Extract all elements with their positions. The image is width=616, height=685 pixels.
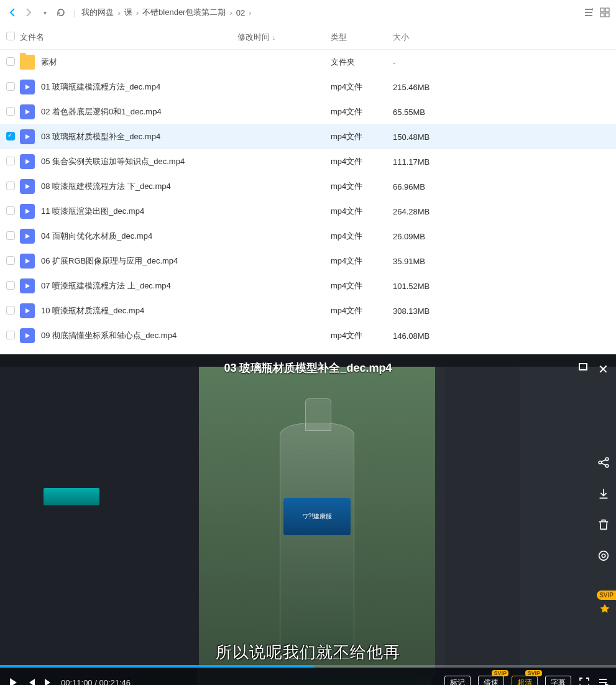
file-type: mp4文件 [331,181,393,192]
file-type: mp4文件 [331,231,393,242]
bottle-render: ワ?!建康服 [280,423,354,659]
row-checkbox[interactable] [6,256,15,265]
file-size: 26.09MB [393,232,455,241]
video-player: ワ?!建康服 03 玻璃瓶材质模型补全_dec.mp4 ✕ SVIP 所以说呢我… [0,354,616,685]
table-row[interactable]: 10 喷漆瓶材质流程_dec.mp4mp4文件308.13MB [0,298,616,323]
table-row[interactable]: 11 喷漆瓶渲染出图_dec.mp4mp4文件264.28MB [0,199,616,224]
video-file-icon [20,254,35,269]
row-checkbox[interactable] [6,182,15,190]
file-name: 01 玻璃瓶建模流程方法_dec.mp4 [41,81,160,93]
file-size: 308.13MB [393,306,455,316]
svg-point-7 [599,551,609,561]
video-file-icon [20,154,35,169]
column-name[interactable]: 文件名 [20,32,237,43]
view-toggle [584,7,610,17]
view-list-icon[interactable] [584,7,594,17]
delete-icon[interactable] [595,516,612,533]
nav-back-button[interactable] [6,6,19,19]
playlist-button[interactable] [597,677,609,685]
nav-refresh-button[interactable] [55,6,67,19]
file-size: 65.55MB [393,108,455,117]
file-name: 10 喷漆瓶材质流程_dec.mp4 [41,305,144,316]
fullscreen-button[interactable] [579,677,590,685]
nav-forward-button[interactable] [22,6,35,19]
svip-badge-side[interactable]: SVIP [597,591,616,600]
chevron-right-icon: › [229,8,232,17]
video-file-icon [20,204,35,219]
file-type: mp4文件 [331,330,393,341]
file-type: mp4文件 [331,255,393,267]
column-modified[interactable]: 修改时间 ↓ [237,32,331,43]
file-type: 文件夹 [331,57,393,68]
restore-window-icon[interactable] [579,363,587,370]
video-file-icon [20,278,35,293]
column-type[interactable]: 类型 [331,32,393,43]
file-name: 02 着色器底层逻辑0和1_dec.mp4 [41,106,162,117]
view-grid-icon[interactable] [600,7,610,17]
settings-icon[interactable] [595,547,612,564]
table-row[interactable]: 04 面朝向优化水材质_dec.mp4mp4文件26.09MB [0,224,616,249]
video-file-icon [20,303,35,318]
table-row[interactable]: 06 扩展RGB图像原理与应用_dec.mp4mp4文件35.91MB [0,249,616,274]
file-name: 03 玻璃瓶材质模型补全_dec.mp4 [41,131,160,142]
row-checkbox[interactable] [6,206,15,215]
breadcrumb-item[interactable]: 我的网盘 [81,7,114,18]
table-row[interactable]: 03 玻璃瓶材质模型补全_dec.mp4mp4文件150.48MB [0,124,616,149]
current-time: 00:11:00 [61,678,93,686]
row-checkbox[interactable] [6,82,15,91]
table-row[interactable]: 02 着色器底层逻辑0和1_dec.mp4mp4文件65.55MB [0,99,616,124]
player-controls: 00:11:00 / 00:21:46 标记 倍速SVIP 超清SVIP 字幕 [0,668,616,685]
pin-icon[interactable] [599,603,611,615]
file-type: mp4文件 [331,131,393,142]
file-size: 66.96MB [393,182,455,191]
file-name: 07 喷漆瓶建模流程方法 上_dec.mp4 [41,280,171,292]
next-button[interactable] [44,678,53,685]
column-size[interactable]: 大小 [393,32,455,43]
file-size: 101.52MB [393,282,455,291]
breadcrumb-item[interactable]: 课 [124,7,132,18]
row-checkbox[interactable] [6,306,15,315]
speed-label: 倍速 [484,678,499,686]
quality-button[interactable]: 超清SVIP [512,676,538,686]
chevron-right-icon: › [136,8,139,17]
speed-button[interactable]: 倍速SVIP [478,676,504,686]
row-checkbox[interactable] [6,57,15,66]
file-name: 11 喷漆瓶渲染出图_dec.mp4 [41,206,144,217]
play-button[interactable] [7,677,19,685]
chevron-right-icon: › [249,8,251,17]
row-checkbox[interactable] [6,132,15,140]
row-checkbox[interactable] [6,331,15,339]
file-name: 08 喷漆瓶建模流程方法 下_dec.mp4 [41,181,171,192]
video-file-icon [20,179,35,194]
file-size: 264.28MB [393,207,455,216]
row-checkbox[interactable] [6,231,15,240]
row-checkbox[interactable] [6,281,15,290]
table-row[interactable]: 08 喷漆瓶建模流程方法 下_dec.mp4mp4文件66.96MB [0,174,616,199]
table-row[interactable]: 05 集合实例关联追加等知识点_dec.mp4mp4文件111.17MB [0,149,616,174]
table-row[interactable]: 07 喷漆瓶建模流程方法 上_dec.mp4mp4文件101.52MB [0,274,616,298]
table-row[interactable]: 09 彻底搞懂坐标系和轴心点_dec.mp4mp4文件146.08MB [0,323,616,348]
mark-button[interactable]: 标记 [444,676,471,686]
table-row[interactable]: 01 玻璃瓶建模流程方法_dec.mp4mp4文件215.46MB [0,75,616,99]
prev-button[interactable] [26,678,36,685]
chevron-right-icon: › [117,8,120,17]
row-checkbox[interactable] [6,157,15,165]
select-all-checkbox[interactable] [6,32,15,40]
breadcrumb: 我的网盘 › 课 › 不错blender包装第二期 › 02 › [81,7,251,18]
table-row[interactable]: 素材文件夹- [0,50,616,75]
close-icon[interactable]: ✕ [598,362,609,377]
time-separator: / [93,678,99,686]
svg-rect-2 [600,13,604,17]
row-checkbox[interactable] [6,107,15,116]
file-type: mp4文件 [331,206,393,217]
breadcrumb-item[interactable]: 02 [236,8,245,17]
nav-dropdown-button[interactable]: ▾ [39,6,51,19]
breadcrumb-item[interactable]: 不错blender包装第二期 [142,7,226,18]
file-list-header: 文件名 修改时间 ↓ 类型 大小 [0,25,616,50]
file-size: 35.91MB [393,257,455,266]
share-icon[interactable] [595,454,612,471]
caption-button[interactable]: 字幕 [545,676,571,686]
video-file-icon [20,328,35,343]
file-type: mp4文件 [331,81,393,93]
download-icon[interactable] [595,485,612,502]
